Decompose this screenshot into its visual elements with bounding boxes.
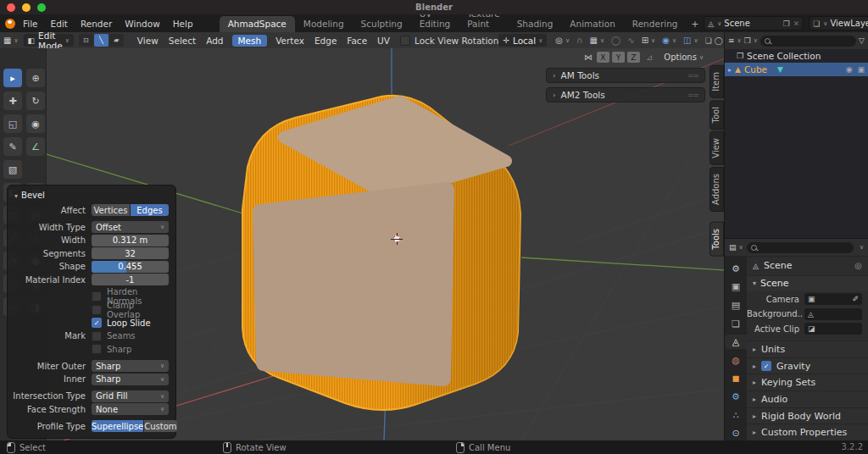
pivot-point-button[interactable]: ◎∨ xyxy=(555,36,570,45)
tweak-select-tool[interactable]: ▸ xyxy=(3,69,22,87)
editor-type-button[interactable]: ▦∨ xyxy=(3,36,19,45)
background-field[interactable]: ◬ xyxy=(804,308,862,320)
drag-handle-icon[interactable]: == xyxy=(687,91,698,99)
active-clip-field[interactable]: ◪ xyxy=(804,323,862,335)
close-scene-icon[interactable]: ✕ xyxy=(793,19,800,28)
scene-selector[interactable]: ◬∨ Scene ❐ ✕ xyxy=(704,16,804,30)
menu-file[interactable]: File xyxy=(23,19,38,29)
loop-slide-toggle[interactable]: ✓Loop Slide xyxy=(92,317,169,329)
panel-rigid-body-world[interactable]: ▸Rigid Body World xyxy=(747,407,868,424)
am-tools-panel[interactable]: › AM Tools == xyxy=(546,68,705,83)
miter-outer-dropdown[interactable]: Sharp∨ xyxy=(92,360,169,372)
menu-window[interactable]: Window xyxy=(125,19,159,29)
workspace-tab-modeling[interactable]: Modeling xyxy=(295,16,353,32)
sidebar-tab-tools[interactable]: Tools xyxy=(709,222,724,257)
cursor-tool[interactable]: ⊕ xyxy=(26,69,45,87)
panel-custom-properties[interactable]: ▸Custom Properties xyxy=(747,424,868,440)
wireframe-shading-button[interactable]: ◯ xyxy=(715,36,723,45)
checkbox-checked-icon[interactable]: ✓ xyxy=(761,361,771,371)
pin-icon[interactable]: ◎ xyxy=(854,261,862,270)
add-cube-tool[interactable]: ▧ xyxy=(3,160,22,179)
outliner-empty-space[interactable] xyxy=(725,76,868,238)
annotate-tool[interactable]: ✎ xyxy=(3,137,22,156)
hide-eye-icon[interactable]: ◉ xyxy=(846,65,853,74)
properties-editor-type-button[interactable]: ▤∨ xyxy=(729,243,743,252)
chevron-down-icon[interactable]: ∨ xyxy=(860,244,864,251)
mode-dropdown[interactable]: ◧ Edit Mode ∨ xyxy=(24,34,74,47)
transform-tool[interactable]: ◉ xyxy=(26,114,45,133)
snap-magnet-button[interactable]: ∩ xyxy=(576,36,582,45)
outliner-display-mode-button[interactable]: ❐∨ xyxy=(744,36,758,45)
tab-tool[interactable]: ⚙ xyxy=(725,262,747,276)
profile-superellipse-button[interactable]: Superellipse xyxy=(92,420,143,432)
lock-view-rotation-toggle[interactable]: Lock View Rotation xyxy=(400,36,498,46)
panel-audio[interactable]: ▸Audio xyxy=(747,390,868,407)
miter-inner-dropdown[interactable]: Sharp∨ xyxy=(92,374,169,385)
am2-tools-panel[interactable]: › AM2 Tools == xyxy=(546,87,705,102)
menu-vertex[interactable]: Vertex xyxy=(275,36,304,46)
width-type-dropdown[interactable]: Offset∨ xyxy=(92,221,169,233)
tab-scene[interactable]: ◬ xyxy=(725,335,747,349)
orientation-dropdown[interactable]: ✛ Local ∨ xyxy=(498,34,547,47)
intersection-type-dropdown[interactable]: Grid Fill∨ xyxy=(92,390,169,402)
xray-button[interactable]: ◫∨ xyxy=(683,36,698,45)
bevel-panel-header[interactable]: ▾Bevel xyxy=(14,191,169,200)
affect-vertices-button[interactable]: Vertices xyxy=(92,204,130,216)
outliner-editor-type-button[interactable]: ≡∨ xyxy=(728,36,742,45)
menu-help[interactable]: Help xyxy=(173,19,193,29)
tab-object[interactable]: ◼ xyxy=(725,372,747,386)
outliner-search-input[interactable] xyxy=(760,36,856,47)
tab-world[interactable]: ◍ xyxy=(725,353,747,368)
viewport-3d[interactable]: ▸ ⊕ ✚ ↻ ◱ ◉ ✎ ∠ ▧ ◧ ▣ ◲ ▤ ╱ △ ◔ xyxy=(0,48,724,440)
tab-view-layer[interactable]: ❏ xyxy=(725,317,747,331)
mirror-x-button[interactable]: X xyxy=(597,52,609,63)
workspace-tab-sculpting[interactable]: Sculpting xyxy=(353,16,411,32)
menu-add[interactable]: Add xyxy=(206,36,223,46)
menu-mesh[interactable]: Mesh xyxy=(232,35,268,47)
panel-units[interactable]: ▸Units xyxy=(747,340,868,357)
scale-tool[interactable]: ◱ xyxy=(3,114,22,133)
move-tool[interactable]: ✚ xyxy=(3,91,22,110)
scene-panel-header[interactable]: ▾ Scene xyxy=(747,275,868,292)
measure-tool[interactable]: ∠ xyxy=(26,137,45,156)
camera-field[interactable]: ▣ ✐ xyxy=(804,293,862,305)
mark-seams-toggle[interactable]: Seams xyxy=(92,330,169,342)
workspace-tab-rendering[interactable]: Rendering xyxy=(624,16,687,32)
tab-render[interactable]: ▣ xyxy=(725,280,747,295)
menu-select[interactable]: Select xyxy=(169,36,196,46)
tab-output[interactable]: ▤ xyxy=(725,298,747,313)
proportional-editing-button[interactable]: ◯ xyxy=(611,36,620,45)
sidebar-tab-addons[interactable]: Addons xyxy=(709,167,724,212)
edge-select-mode-button[interactable]: ╲ xyxy=(94,34,108,47)
affect-edges-button[interactable]: Edges xyxy=(131,204,169,216)
add-workspace-button[interactable]: + xyxy=(686,16,704,32)
face-strength-dropdown[interactable]: None∨ xyxy=(92,403,169,415)
falloff-button[interactable]: ∿ xyxy=(627,36,634,45)
render-preview-icon[interactable]: ❏ xyxy=(705,36,712,45)
blender-logo-icon[interactable] xyxy=(5,19,15,29)
tab-modifiers[interactable]: ⚙ xyxy=(725,390,747,404)
filter-icon[interactable]: ▽ xyxy=(859,36,865,45)
workspace-tab-ahmadspace[interactable]: AhmadSpace xyxy=(220,16,295,32)
clamp-overlap-toggle[interactable]: Clamp Overlap xyxy=(92,304,169,316)
overlays-button[interactable]: ◉∨ xyxy=(662,36,676,45)
menu-render[interactable]: Render xyxy=(81,19,112,29)
options-dropdown[interactable]: Options∨ xyxy=(664,53,704,62)
drag-handle-icon[interactable]: == xyxy=(687,71,698,80)
width-field[interactable]: 0.312 m xyxy=(92,235,169,246)
shape-slider[interactable]: 0.455 xyxy=(92,261,169,273)
new-scene-icon[interactable]: ❐ xyxy=(783,19,790,28)
scene-collection-row[interactable]: ❒ Scene Collection xyxy=(725,49,868,63)
profile-custom-button[interactable]: Custom xyxy=(144,420,176,432)
sidebar-tab-tool[interactable]: Tool xyxy=(709,100,724,130)
material-index-field[interactable]: -1 xyxy=(92,274,169,285)
menu-face[interactable]: Face xyxy=(347,36,367,46)
sidebar-tab-item[interactable]: Item xyxy=(709,65,724,98)
mirror-z-button[interactable]: Z xyxy=(627,52,640,63)
workspace-tab-shading[interactable]: Shading xyxy=(509,16,562,32)
expand-icon[interactable]: ▸ xyxy=(728,66,732,74)
menu-edit[interactable]: Edit xyxy=(51,19,68,29)
tab-physics[interactable]: ⊙ xyxy=(725,426,747,440)
tab-particles[interactable]: ∴ xyxy=(725,408,747,423)
face-select-mode-button[interactable]: ▰ xyxy=(109,34,124,47)
